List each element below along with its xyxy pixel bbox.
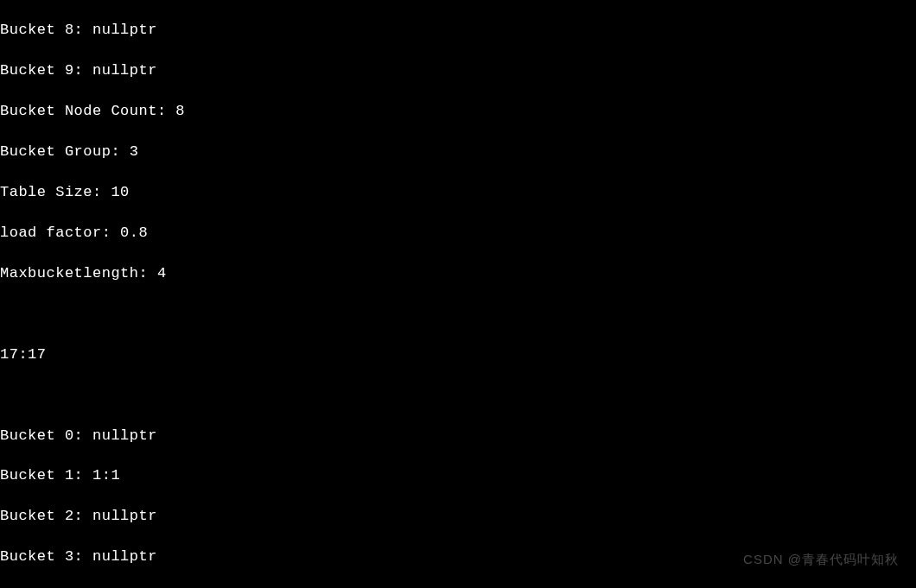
output-line: Bucket Group: 3 [0, 142, 916, 161]
output-line: Bucket 8: nullptr [0, 20, 916, 40]
terminal-output: Bucket 8: nullptr Bucket 9: nullptr Buck… [0, 0, 916, 588]
output-line: load factor: 0.8 [0, 223, 916, 243]
output-line: Bucket 2: nullptr [0, 506, 916, 526]
output-line: Bucket Node Count: 8 [0, 101, 916, 121]
blank-line [0, 385, 916, 405]
output-line: Bucket 9: nullptr [0, 60, 916, 80]
output-line: 17:17 [0, 345, 916, 364]
output-line: Maxbucketlength: 4 [0, 263, 916, 283]
output-line: Bucket 1: 1:1 [0, 465, 916, 485]
output-line: Table Size: 10 [0, 182, 916, 202]
watermark-text: CSDN @青春代码叶知秋 [743, 551, 899, 569]
output-line: Bucket 0: nullptr [0, 426, 916, 446]
blank-line [0, 304, 916, 324]
